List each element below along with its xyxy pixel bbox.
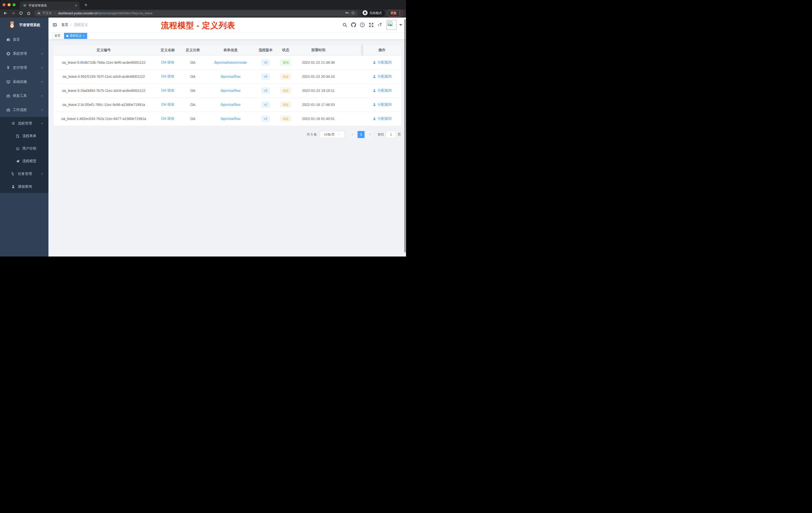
- forward-icon[interactable]: [9, 10, 17, 17]
- cell-category: OA: [181, 69, 204, 84]
- assign-rule-link[interactable]: 分配规则: [373, 74, 392, 79]
- next-page-button[interactable]: [366, 131, 374, 138]
- help-icon[interactable]: ?: [359, 22, 366, 28]
- github-icon[interactable]: [350, 22, 357, 28]
- assign-rule-label: 分配规则: [378, 88, 392, 93]
- sidebar-item-home[interactable]: 首页: [0, 33, 49, 47]
- form-link[interactable]: /bpm/oa/flow: [221, 117, 240, 121]
- user-icon: [11, 185, 15, 188]
- cell-version: v5: [257, 56, 274, 69]
- logo-image: [8, 21, 16, 30]
- page-size-select[interactable]: 10条/页: [320, 131, 345, 138]
- definition-name-link[interactable]: OA 请假: [161, 74, 174, 78]
- password-key-icon[interactable]: [345, 11, 349, 16]
- sidebar-item-process-form[interactable]: 流程表单: [0, 130, 49, 142]
- cell-spacer: [340, 98, 363, 112]
- close-icon[interactable]: ×: [83, 34, 85, 37]
- page-content: 定义编号 定义名称 定义分类 表单信息 流程版本 状态 部署时间 操作: [49, 40, 406, 256]
- tab-home[interactable]: 首页: [52, 33, 63, 39]
- page-number-button[interactable]: 1: [357, 131, 365, 138]
- cell-spacer: [340, 56, 363, 69]
- breadcrumb-home-link[interactable]: 首页: [61, 23, 68, 27]
- sidebar-item-infrastructure[interactable]: 基础设施: [0, 75, 49, 89]
- definition-name-link[interactable]: OA 请假: [161, 60, 174, 64]
- sidebar-item-user-group[interactable]: 用户分组: [0, 142, 49, 155]
- goto-page-input[interactable]: [386, 131, 396, 138]
- new-tab-button[interactable]: +: [82, 2, 89, 8]
- prev-page-button[interactable]: [348, 131, 356, 138]
- cell-definition-name: OA 请假: [154, 84, 181, 98]
- incognito-label: 无痕模式: [369, 11, 382, 15]
- definition-name-link[interactable]: OA 请假: [161, 102, 174, 107]
- url-path: /bpm/manager/definition?key=oa_leave: [98, 11, 153, 15]
- cell-form-info: /bpm/oa/flow: [204, 69, 257, 84]
- cell-version: v1: [257, 112, 274, 126]
- sidebar-item-process-model[interactable]: 流程模型: [0, 155, 49, 168]
- col-header-id: 定义编号: [54, 45, 154, 56]
- yen-icon: ¥: [6, 66, 10, 70]
- assign-rule-link[interactable]: 分配规则: [373, 102, 392, 107]
- reload-icon[interactable]: [17, 10, 25, 17]
- incognito-badge: 无痕模式: [361, 10, 385, 17]
- form-link[interactable]: /bpm/oa/leave/create: [214, 60, 247, 64]
- sidebar-item-label: 流程模型: [22, 159, 44, 163]
- sidebar-item-system[interactable]: 系统管理: [0, 47, 49, 61]
- home-icon[interactable]: [25, 10, 33, 17]
- assign-rule-link[interactable]: 分配规则: [373, 88, 392, 93]
- definition-name-link[interactable]: OA 请假: [161, 88, 174, 92]
- sidebar-item-workflow[interactable]: 工作流程: [0, 103, 49, 117]
- form-link[interactable]: /bpm/oa/flow: [221, 103, 240, 107]
- browser-update-button[interactable]: 更新: [387, 10, 403, 17]
- sidebar-logo-row[interactable]: 芋道管理系统: [0, 18, 49, 33]
- hamburger-icon[interactable]: [52, 22, 57, 27]
- user-menu[interactable]: [386, 20, 402, 30]
- chevron-down-icon: [40, 80, 44, 84]
- security-label[interactable]: 不安全: [42, 11, 52, 15]
- tab-close-icon[interactable]: ×: [75, 4, 77, 7]
- search-icon[interactable]: [342, 22, 348, 28]
- close-window-button[interactable]: [2, 3, 5, 6]
- table-row: oa_leave:2:3c1f0ef1-76b1-11ec-9c66-a2380…: [54, 98, 401, 112]
- address-bar[interactable]: 不安全 dashboard.yudao.iocoder.cn/bpm/manag…: [34, 10, 358, 16]
- sidebar-item-label: 请假查询: [18, 184, 44, 189]
- bookmark-star-icon[interactable]: [351, 11, 355, 16]
- assign-rule-label: 分配规则: [378, 74, 392, 79]
- pagination-goto: 前往 页: [378, 131, 401, 138]
- form-link[interactable]: /bpm/oa/flow: [221, 89, 240, 93]
- sidebar-item-leave-query[interactable]: 请假查询: [0, 180, 49, 193]
- app-title: 芋道管理系统: [19, 23, 40, 27]
- assign-rule-link[interactable]: 分配规则: [373, 60, 392, 65]
- font-size-icon[interactable]: TT: [377, 22, 383, 28]
- sidebar-item-dev-tools[interactable]: 研发工具: [0, 89, 49, 103]
- back-icon[interactable]: [1, 10, 9, 17]
- browser-tab[interactable]: 芋道管理系统 ×: [20, 1, 80, 9]
- form-document-icon: [16, 134, 20, 138]
- warning-icon: [37, 11, 41, 15]
- tree-icon: [11, 172, 15, 176]
- cell-deploy-time: 2022-01-16 01:40:51: [297, 112, 340, 126]
- table-row: oa_leave:1:482ec033-762a-11ec-8477-a2380…: [54, 112, 401, 126]
- traffic-lights: [2, 3, 16, 6]
- fullscreen-icon[interactable]: [368, 22, 374, 28]
- sidebar-item-payment[interactable]: ¥ 支付管理: [0, 61, 49, 75]
- cell-definition-name: OA 请假: [154, 56, 181, 69]
- cell-spacer: [340, 112, 363, 126]
- cell-status: 挂起: [274, 98, 297, 112]
- minimize-window-button[interactable]: [7, 3, 10, 6]
- sidebar-item-label: 首页: [13, 37, 44, 42]
- sidebar-item-label: 工作流程: [13, 108, 40, 112]
- form-link[interactable]: /bpm/oa/flow: [221, 74, 240, 79]
- chevron-down-icon: [40, 172, 44, 176]
- definition-name-link[interactable]: OA 请假: [161, 117, 174, 120]
- dashboard-icon: [6, 38, 10, 42]
- cell-deploy-time: 2022-01-16 17:46:53: [297, 98, 340, 112]
- tab-process-definition[interactable]: 流程定义 ×: [64, 33, 87, 39]
- scrollbar[interactable]: [404, 19, 406, 252]
- sidebar-item-process-management[interactable]: 流程管理: [0, 117, 49, 130]
- navbar-actions: ? TT: [342, 20, 402, 30]
- assign-rule-link[interactable]: 分配规则: [373, 117, 392, 121]
- browser-menu-icon[interactable]: [400, 11, 400, 15]
- sidebar-item-task-management[interactable]: 任务管理: [0, 168, 49, 180]
- sidebar-item-label: 任务管理: [18, 172, 40, 176]
- maximize-window-button[interactable]: [12, 3, 16, 6]
